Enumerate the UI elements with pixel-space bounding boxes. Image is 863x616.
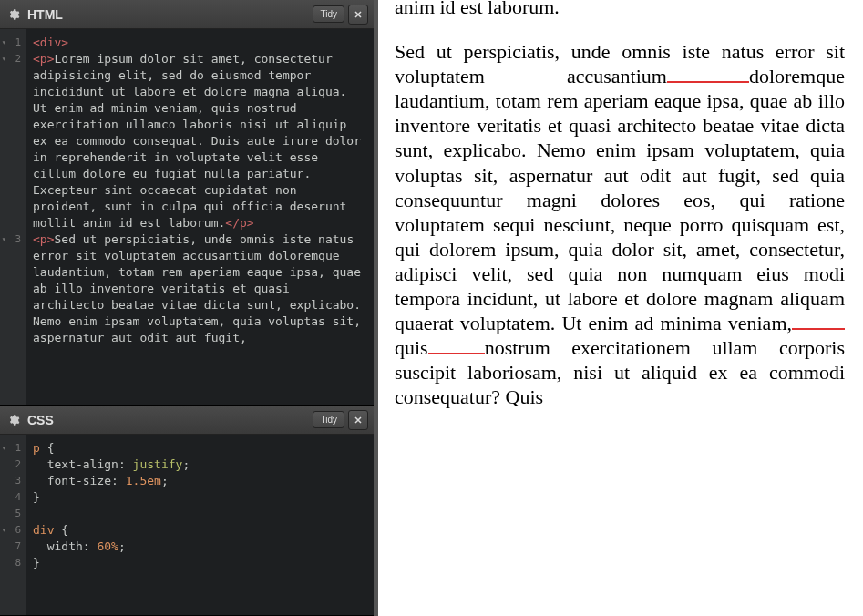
close-icon[interactable] [348, 410, 368, 430]
preview-pane: anim id est laborum. Sed ut perspiciatis… [374, 0, 863, 616]
tidy-button[interactable]: Tidy [313, 5, 344, 23]
preview-paragraph: Sed ut perspiciatis, unde omnis iste nat… [395, 39, 845, 409]
css-panel: CSS Tidy 1 2 3 4 5 6 7 8 p { text-align:… [0, 406, 374, 616]
html-panel: HTML Tidy 1 2 3 <div> <p>Lorem ipsum dol… [0, 0, 374, 406]
html-panel-title: HTML [27, 7, 313, 22]
tidy-button[interactable]: Tidy [313, 411, 344, 428]
close-icon[interactable] [348, 5, 368, 25]
spellcheck-underline [792, 312, 845, 330]
spellcheck-underline [667, 65, 749, 83]
preview-content: anim id est laborum. Sed ut perspiciatis… [395, 0, 845, 410]
html-code-editor[interactable]: 1 2 3 <div> <p>Lorem ipsum dolor sit ame… [0, 29, 374, 405]
preview-paragraph: anim id est laborum. [395, 0, 845, 19]
css-gutter: 1 2 3 4 5 6 7 8 [0, 435, 26, 615]
css-panel-title: CSS [27, 413, 313, 427]
html-gutter: 1 2 3 [0, 29, 26, 405]
html-code-content[interactable]: <div> <p>Lorem ipsum dolor sit amet, con… [26, 29, 374, 405]
css-code-editor[interactable]: 1 2 3 4 5 6 7 8 p { text-align: justify;… [0, 435, 374, 615]
gear-icon[interactable] [5, 412, 22, 428]
editor-column: HTML Tidy 1 2 3 <div> <p>Lorem ipsum dol… [0, 0, 374, 616]
css-code-content[interactable]: p { text-align: justify; font-size: 1.5e… [26, 435, 374, 615]
gear-icon[interactable] [5, 6, 22, 23]
html-panel-header: HTML Tidy [0, 0, 374, 29]
css-panel-header: CSS Tidy [0, 406, 374, 435]
spellcheck-underline [428, 336, 485, 354]
